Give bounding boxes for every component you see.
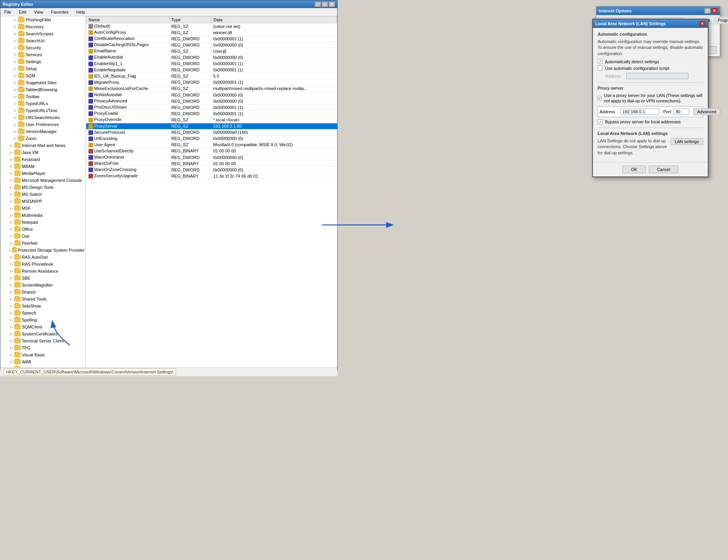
tree-item-shared[interactable]: ▷ Shared (0, 289, 85, 296)
auto-address-input[interactable] (626, 73, 688, 79)
table-row[interactable]: EnableHttp1_1REG_DWORD0x00000001 (1) (86, 60, 337, 67)
tree-item-urlsearchhooks[interactable]: ▷ URLSearchHooks (0, 114, 85, 121)
table-row[interactable]: CertificateRevocationREG_DWORD0x00000001… (86, 36, 337, 42)
tree-item-terminal-server[interactable]: ▷ Terminal Server Client (0, 337, 85, 344)
table-row[interactable]: User AgentREG_SZMozilla/4.0 (compatible;… (86, 142, 337, 148)
tree-item-mbam[interactable]: ▷ MBAM (0, 163, 85, 170)
table-row[interactable]: MigrateProxyREG_DWORD0x00000001 (1) (86, 79, 337, 85)
tree-item-security[interactable]: ▷ Security (0, 44, 85, 51)
tree-item-setup[interactable]: ▷ Setup (0, 65, 85, 72)
tree-item-ras-phonebook[interactable]: ▷ RAS Phonebook (0, 261, 85, 268)
table-row[interactable]: PrivDiscUiShownREG_DWORD0x00000001 (1) (86, 104, 337, 111)
tree-item-services[interactable]: ▷ Services (0, 51, 85, 58)
tree-item-shared-tools[interactable]: ▷ Shared Tools (0, 296, 85, 302)
tree-item-peernet[interactable]: ▷ PeerNet (0, 240, 85, 247)
tree-item-settings[interactable]: ▷ Settings (0, 58, 85, 65)
tree-item-pss-provider[interactable]: ▷ Protected Storage System Provider (0, 247, 85, 254)
table-row[interactable]: DisableCachingOfSSLPagesREG_DWORD0x00000… (86, 42, 337, 48)
tree-item-msf[interactable]: ▷ MSF (0, 205, 85, 212)
table-row[interactable]: UrlEncodingREG_DWORD0x00000000 (0) (86, 135, 337, 142)
table-row[interactable]: MimeExclusionListForCacheREG_SZmultipart… (86, 85, 337, 92)
close-button[interactable]: ✕ (329, 2, 335, 7)
tree-item-spelling[interactable]: ▷ Spelling (0, 316, 85, 323)
table-row[interactable]: ZonesSecurityUpgradeREG_BINARY11 3e 1f 2… (86, 173, 337, 179)
auto-detect-checkbox[interactable] (598, 59, 603, 64)
tree-item-mediaplayer[interactable]: ▷ MediaPlayer (0, 170, 85, 177)
tree-item-keyboard[interactable]: ▷ Keyboard (0, 156, 85, 163)
table-row[interactable]: EmailNameREG_SZUser@ (86, 48, 337, 54)
tree-item-systemcerts[interactable]: ▷ SystemCertificates (0, 330, 85, 337)
lan-close-button[interactable]: ✕ (699, 21, 705, 26)
table-row[interactable]: IE5_UA_Backup_FlagREG_SZ5.0 (86, 73, 337, 79)
tree-item-speech[interactable]: ▷ Speech (0, 309, 85, 316)
tree-item-phishingfilter[interactable]: ▷ PhishingFilter (0, 16, 85, 23)
tree-item-sideshow[interactable]: ▷ SideShow (0, 302, 85, 309)
tree-item-user-preferences[interactable]: ▷ User Preferences (0, 121, 85, 128)
table-row[interactable]: WarnOnIntranetREG_DWORD0x00000000 (0) (86, 154, 337, 160)
tab-programs[interactable]: Programs (714, 17, 728, 24)
io-close-button[interactable]: ✕ (711, 8, 718, 14)
tree-item-typedurls[interactable]: ▷ TypedURLs (0, 100, 85, 107)
tree-item-java-vm[interactable]: ▷ Java VM (0, 149, 85, 156)
tree-item-suggested-sites[interactable]: ▷ Suggested Sites (0, 79, 85, 86)
table-row[interactable]: ProxyServerREG_SZ192.168.0.1:80 (86, 123, 337, 129)
tree-item-ms-switch[interactable]: ▷ MS Switch (0, 191, 85, 198)
lan-settings-button[interactable]: LAN settings (671, 138, 703, 145)
menu-view[interactable]: View (32, 9, 46, 15)
tree-item-wsp[interactable]: ▷ Web Service Providers (0, 365, 85, 367)
tree-item-mmc[interactable]: ▷ Microsoft Management Console (0, 177, 85, 184)
tree-item-toolbar[interactable]: ▷ Toolbar (0, 93, 85, 100)
menu-favorites[interactable]: Favorites (49, 9, 71, 15)
tree-item-internet-mail[interactable]: ▷ Internet Mail and News (0, 142, 85, 149)
tree-item-office[interactable]: ▷ Office (0, 226, 85, 233)
auto-script-checkbox[interactable] (598, 66, 603, 71)
table-row[interactable]: SecureProtocolsREG_DWORD0x000000a0 (160) (86, 129, 337, 135)
table-row[interactable]: PrivacyAdvancedREG_DWORD0x00000000 (0) (86, 98, 337, 104)
menu-edit[interactable]: Edit (17, 9, 29, 15)
tree-item-recovery[interactable]: ▷ Recovery (0, 23, 85, 30)
lan-cancel-button[interactable]: Cancel (649, 166, 678, 173)
tree-item-versionmanager[interactable]: ▷ VersionManager (0, 128, 85, 135)
table-row[interactable]: EnableAutodialREG_DWORD0x00000000 (0) (86, 54, 337, 60)
tree-item-sbe[interactable]: ▷ SBE (0, 275, 85, 282)
tree-item-zoom[interactable]: ▷ Zoom (0, 135, 85, 142)
table-row[interactable]: EnableNegotiateREG_DWORD0x00000001 (1) (86, 67, 337, 73)
tree-item-sqm[interactable]: ▷ SQM (0, 72, 85, 79)
tree-item-searchscopes[interactable]: ▷ SearchScopes (0, 30, 85, 37)
tree-item-sqmclient[interactable]: ▷ SQMClient (0, 323, 85, 330)
menu-file[interactable]: File (2, 9, 14, 15)
tree-item-osk[interactable]: ▷ Osk (0, 233, 85, 240)
proxy-address-input[interactable] (621, 109, 659, 115)
tree-item-msdaiipp[interactable]: ▷ MSDAIIPP (0, 198, 85, 205)
tree-item-tpg[interactable]: ▷ TPG (0, 344, 85, 351)
tree-item-ms-design[interactable]: ▷ MS Design Tools (0, 184, 85, 191)
table-row[interactable]: AutoConfigProxyREG_SZwininet.dll (86, 29, 337, 36)
tree-item-multimedia[interactable]: ▷ Multimedia (0, 212, 85, 219)
menu-help[interactable]: Help (74, 9, 88, 15)
tree-item-visual-basic[interactable]: ▷ Visual Basic (0, 351, 85, 358)
table-row[interactable]: WarnOnPostREG_BINARY01 00 00 00 (86, 161, 337, 167)
table-row[interactable]: ProxyEnableREG_DWORD0x00000001 (1) (86, 111, 337, 117)
tree-item-typedurlstime[interactable]: ▷ TypedURLsTime (0, 107, 85, 114)
tree-pane[interactable]: ▷ PhishingFilter ▷ Recovery ▷ SearchScop… (0, 16, 86, 367)
advanced-button[interactable]: Advanced (693, 108, 720, 115)
tree-item-screenmagnifier[interactable]: ▷ ScreenMagnifier (0, 282, 85, 289)
tree-item-remote-assistance[interactable]: ▷ Remote Assistance (0, 268, 85, 275)
use-proxy-checkbox[interactable] (598, 96, 601, 101)
minimize-button[interactable]: _ (315, 2, 321, 7)
bypass-checkbox[interactable] (598, 119, 603, 124)
tree-item-wab[interactable]: ▷ WAB (0, 358, 85, 365)
table-row[interactable]: NoNetAutodialREG_DWORD0x00000000 (0) (86, 92, 337, 98)
maximize-button[interactable]: □ (322, 2, 328, 7)
tree-item-tabbedbrowsing[interactable]: ▷ TabbedBrowsing (0, 86, 85, 93)
tree-item-ras-autodial[interactable]: ▷ RAS AutoDial (0, 254, 85, 261)
table-row[interactable]: WarnOnZoneCrossingREG_DWORD0x00000000 (0… (86, 167, 337, 173)
table-row[interactable]: ProxyOverrideREG_SZ*.local;<local> (86, 117, 337, 123)
proxy-port-input[interactable] (674, 109, 689, 115)
tree-item-searchurl[interactable]: ▷ SearchUrl (0, 37, 85, 44)
io-help-button[interactable]: ? (704, 8, 711, 14)
table-row[interactable]: (Default)REG_SZ(value not set) (86, 23, 337, 29)
tree-item-notepad[interactable]: ▷ Notepad (0, 219, 85, 226)
table-row[interactable]: UseSchannelDirectlyREG_BINARY01 00 00 00 (86, 148, 337, 154)
lan-ok-button[interactable]: OK (622, 166, 646, 173)
